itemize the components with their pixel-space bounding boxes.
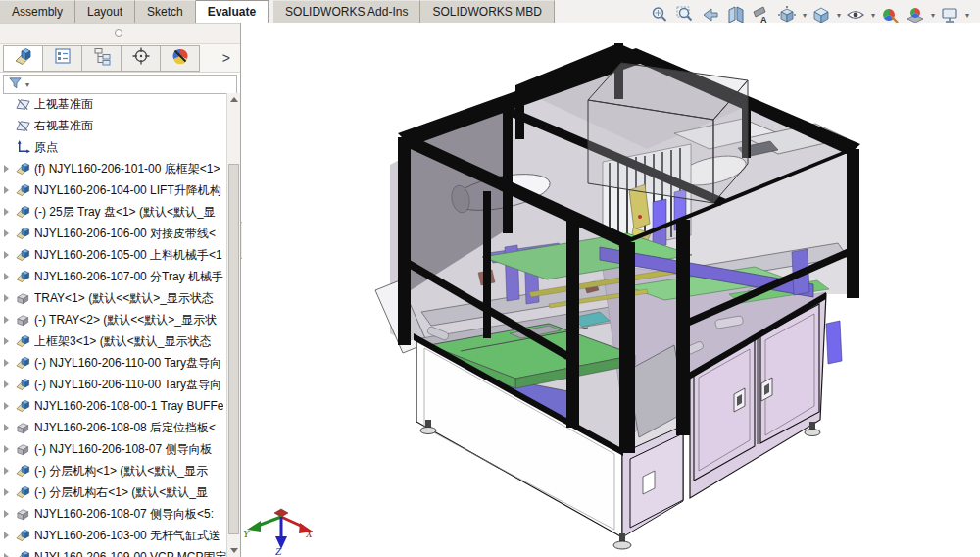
tree-item[interactable]: (-) 25层 Tray 盘<1> (默认<默认_显 [0, 201, 227, 223]
tree-item[interactable]: 上框架3<1> (默认<默认_显示状态 [0, 330, 227, 352]
expand-arrow-icon[interactable] [4, 208, 15, 216]
assembly-icon [15, 485, 31, 500]
tree-item-label: NJYL160-206-109-00 VCP MCP固定 [34, 549, 227, 557]
expand-arrow-icon[interactable] [4, 186, 15, 194]
tree-item-label: (-) 分层机构右<1> (默认<默认_显 [34, 484, 208, 501]
tree-item-label: 上框架3<1> (默认<默认_显示状态 [34, 333, 211, 350]
dropdown-caret-icon[interactable]: ▾ [965, 11, 969, 20]
filter-caret-icon[interactable]: ▾ [25, 80, 29, 89]
ribbon-tab-assembly[interactable]: Assembly [0, 0, 75, 24]
tree-item-label: NJYL160-206-108-08 后定位挡板< [34, 420, 216, 436]
expand-arrow-icon[interactable] [4, 294, 15, 302]
tree-item[interactable]: NJYL160-206-104-00 LIFT升降机构 [0, 179, 227, 201]
assembly-icon [15, 399, 31, 414]
expand-arrow-icon[interactable] [4, 380, 15, 388]
tree-item[interactable]: TRAY<1> (默认<<默认>_显示状态 [0, 287, 227, 309]
expand-arrow-icon[interactable] [4, 165, 15, 173]
expand-arrow-icon[interactable] [4, 488, 15, 496]
tree-item-label: TRAY<1> (默认<<默认>_显示状态 [34, 290, 214, 307]
expand-arrow-icon[interactable] [4, 337, 15, 345]
tree-item-label: (-) 25层 Tray 盘<1> (默认<默认_显 [34, 204, 216, 221]
tree-item-label: 上视基准面 [34, 96, 93, 113]
feature-tree: 上视基准面右视基准面原点(f) NJYL160-206-101-00 底框架<1… [0, 93, 227, 557]
ribbon-tab-sketch[interactable]: Sketch [135, 0, 196, 24]
tree-item[interactable]: NJYL160-206-106-00 对接皮带线< [0, 223, 227, 244]
pane-tab-propertymanager[interactable] [42, 45, 82, 72]
assembly-icon [15, 205, 31, 220]
tree-item[interactable]: NJYL160-206-103-00 无杆气缸式送 [0, 525, 227, 546]
expand-arrow-icon[interactable] [4, 532, 15, 539]
tree-scrollbar[interactable] [226, 93, 240, 557]
tree-item[interactable]: NJYL160-206-105-00 上料机械手<1 [0, 244, 227, 266]
dropdown-caret-icon[interactable]: ▾ [931, 11, 935, 20]
top-bar: AssemblyLayoutSketchEvaluateSOLIDWORKS A… [0, 0, 980, 23]
dropdown-caret-icon[interactable]: ▾ [803, 11, 807, 20]
graphics-viewport[interactable]: Y X Z [242, 23, 980, 557]
tree-item-label: (f) NJYL160-206-101-00 底框架<1> [34, 161, 220, 177]
tree-item-label: NJYL160-206-103-00 无杆气缸式送 [34, 528, 220, 544]
assembly-icon [15, 550, 31, 557]
feature-manager-panel: > ▾ 上视基准面右视基准面原点(f) NJYL160-206-101-00 底… [0, 23, 241, 557]
triad-x-label: X [305, 528, 314, 539]
tree-item[interactable]: NJYL160-206-108-07 侧导向板<5: [0, 503, 227, 525]
tree-item[interactable]: NJYL160-206-109-00 VCP MCP固定 [0, 546, 227, 557]
tree-item[interactable]: (-) 分层机构右<1> (默认<默认_显 [0, 481, 227, 503]
pane-tab-configurationmanager[interactable] [81, 45, 122, 72]
tree-item-label: NJYL160-206-104-00 LIFT升降机构 [34, 182, 221, 199]
assembly-icon [15, 334, 31, 349]
pane-tab-featuremanager[interactable] [3, 45, 43, 72]
assembly-icon [15, 227, 31, 241]
tree-item[interactable]: 上视基准面 [0, 93, 227, 115]
ribbon-tab-evaluate[interactable]: Evaluate [196, 0, 269, 24]
tree-filter-input[interactable]: ▾ [3, 75, 237, 94]
ribbon-tab-layout[interactable]: Layout [75, 0, 135, 24]
expand-arrow-icon[interactable] [4, 510, 15, 518]
ribbon-tab-solidworks-mbd[interactable]: SOLIDWORKS MBD [420, 0, 554, 24]
expand-arrow-icon[interactable] [4, 445, 15, 453]
tree-item[interactable]: (-) NJYL160-206-108-07 侧导向板 [0, 438, 227, 460]
propertymanager-icon [53, 46, 73, 70]
expand-arrow-icon[interactable] [4, 316, 15, 324]
part-icon [15, 313, 31, 328]
expand-arrow-icon[interactable] [4, 467, 15, 475]
expand-arrow-icon[interactable] [4, 251, 15, 259]
assembly-3d-model[interactable]: Y X Z [242, 23, 980, 557]
tree-item-label: NJYL160-206-108-00-1 Tray BUFFe [34, 399, 223, 413]
dropdown-caret-icon[interactable]: ▾ [837, 11, 841, 20]
tree-item-label: (-) NJYL160-206-110-00 Tary盘导向 [34, 355, 221, 372]
triad-z-label: Z [275, 545, 282, 557]
scrollbar-thumb[interactable] [228, 164, 239, 534]
plane-icon [15, 97, 31, 112]
tree-item-label: 右视基准面 [34, 118, 93, 134]
scroll-down-icon[interactable] [227, 544, 240, 557]
ribbon-tab-solidworks-add-ins[interactable]: SOLIDWORKS Add-Ins [273, 0, 420, 24]
splitter-dot-icon[interactable] [115, 29, 122, 37]
tree-item[interactable]: 右视基准面 [0, 115, 227, 136]
pane-tab-displaymanager[interactable] [160, 45, 200, 72]
tree-item-label: (-) 分层机构<1> (默认<默认_显示 [34, 463, 208, 480]
expand-arrow-icon[interactable] [4, 229, 15, 237]
tree-item[interactable]: (-) 分层机构<1> (默认<默认_显示 [0, 460, 227, 481]
tree-item[interactable]: (-) NJYL160-206-110-00 Tary盘导向 [0, 374, 227, 395]
tree-item[interactable]: (-) NJYL160-206-110-00 Tary盘导向 [0, 352, 227, 374]
tree-item[interactable]: NJYL160-206-108-08 后定位挡板< [0, 417, 227, 438]
expand-arrow-icon[interactable] [4, 273, 15, 280]
pane-tab-dimxpertmanager[interactable] [121, 45, 161, 72]
tree-item[interactable]: (f) NJYL160-206-101-00 底框架<1> [0, 158, 227, 179]
expand-arrow-icon[interactable] [4, 553, 15, 557]
assembly-icon [15, 378, 31, 392]
expand-arrow-icon[interactable] [4, 359, 15, 367]
dropdown-caret-icon[interactable]: ▾ [871, 11, 875, 20]
tree-item[interactable]: NJYL160-206-108-00-1 Tray BUFFe [0, 395, 227, 417]
tree-item[interactable]: (-) TRAY<2> (默认<<默认>_显示状 [0, 309, 227, 330]
filter-funnel-icon[interactable] [8, 76, 23, 94]
expand-arrow-icon[interactable] [4, 402, 15, 410]
pane-tabs-overflow-chevron[interactable]: > [222, 51, 230, 65]
expand-arrow-icon[interactable] [4, 424, 15, 431]
tree-item-label: (-) TRAY<2> (默认<<默认>_显示状 [34, 312, 217, 329]
tree-item[interactable]: NJYL160-206-107-00 分Tray 机械手 [0, 266, 227, 287]
plane-icon [15, 119, 31, 133]
panel-splitter[interactable] [0, 23, 240, 44]
tree-item[interactable]: 原点 [0, 136, 227, 158]
scroll-up-icon[interactable] [227, 93, 240, 106]
